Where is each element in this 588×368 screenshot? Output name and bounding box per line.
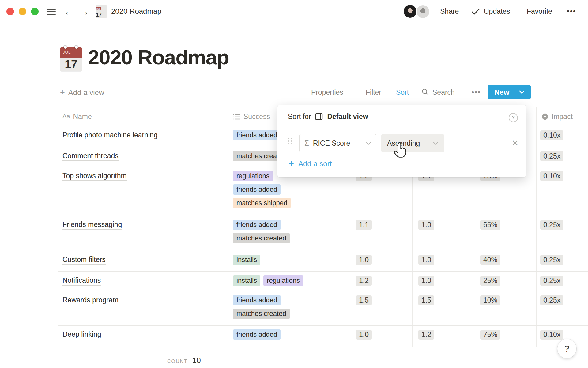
tag-matches-created[interactable]: matches created — [233, 309, 290, 319]
sort-field-dropdown[interactable]: Σ RICE Score — [299, 134, 376, 152]
chevron-down-icon[interactable] — [518, 90, 525, 94]
cell-success-tags[interactable]: installsregulations — [228, 272, 350, 291]
favorite-button[interactable]: Favorite — [527, 7, 552, 16]
tag-regulations[interactable]: regulations — [263, 275, 303, 286]
impact-pill[interactable]: 0.25x — [540, 220, 564, 230]
cell-value[interactable]: 1.1 — [350, 216, 413, 251]
avatar[interactable] — [403, 4, 417, 18]
page-title[interactable]: 2020 Roadmap — [88, 45, 229, 69]
value-pill[interactable]: 10% — [480, 295, 500, 305]
cell-success-tags[interactable]: installs — [228, 251, 350, 271]
updates-button[interactable]: Updates — [484, 7, 510, 16]
row-page-link[interactable]: Notifications — [62, 276, 101, 286]
more-options-icon[interactable]: ••• — [567, 7, 576, 16]
value-pill[interactable]: 1.1 — [356, 220, 372, 230]
impact-pill[interactable]: 0.25x — [540, 151, 564, 161]
value-pill[interactable]: 1.0 — [356, 330, 372, 340]
cell-value[interactable]: 1.0 — [413, 251, 474, 271]
breadcrumb-page-title[interactable]: 2020 Roadmap — [111, 7, 161, 16]
column-header-impact[interactable]: Impact — [537, 107, 588, 126]
help-fab-button[interactable]: ? — [557, 339, 576, 358]
value-pill[interactable]: 40% — [480, 255, 500, 265]
row-page-link[interactable]: Profile photo machine learning — [62, 131, 158, 140]
impact-pill[interactable]: 0.10x — [540, 171, 564, 181]
filter-button[interactable]: Filter — [366, 88, 381, 97]
row-page-link[interactable]: Custom filters — [62, 255, 106, 265]
new-button[interactable]: New — [488, 85, 531, 99]
tag-regulations[interactable]: regulations — [233, 171, 273, 181]
cell-value[interactable]: 1.5 — [350, 291, 413, 325]
share-button[interactable]: Share — [440, 7, 459, 16]
back-arrow-icon[interactable]: ← — [64, 4, 74, 19]
cell-name[interactable]: Friends messaging — [58, 216, 228, 251]
cell-value[interactable]: 1.5 — [413, 291, 474, 325]
tag-friends-added[interactable]: friends added — [233, 184, 281, 195]
cell-value[interactable]: 1.0 — [413, 272, 474, 291]
cell-success-tags[interactable]: friends addedmatches created — [228, 216, 350, 251]
value-pill[interactable]: 75% — [480, 330, 500, 340]
cell-name[interactable]: Deep linking — [58, 326, 228, 347]
forward-arrow-icon[interactable]: → — [79, 4, 89, 19]
close-window-button[interactable] — [6, 8, 14, 15]
tag-friends-added[interactable]: friends added — [233, 130, 281, 140]
row-page-link[interactable]: Deep linking — [62, 330, 101, 339]
cell-value[interactable]: 40% — [474, 251, 537, 271]
cell-impact[interactable]: 0.25x — [537, 272, 588, 291]
sort-button[interactable]: Sort — [396, 88, 409, 97]
value-pill[interactable]: 1.0 — [418, 255, 434, 265]
cell-impact[interactable]: 0.10x — [537, 126, 588, 147]
add-sort-button[interactable]: + Add a sort — [289, 159, 332, 169]
cell-value[interactable]: 1.0 — [350, 251, 413, 271]
cell-value[interactable]: 25% — [474, 272, 537, 291]
cell-name[interactable]: Custom filters — [58, 251, 228, 271]
view-more-icon[interactable]: ••• — [472, 88, 481, 97]
sort-direction-dropdown[interactable]: Ascending — [381, 134, 444, 152]
cell-name[interactable]: Comment threads — [58, 147, 228, 167]
value-pill[interactable]: 65% — [480, 220, 500, 230]
add-view-button[interactable]: + Add a view — [60, 88, 104, 97]
tag-matches-shipped[interactable]: matches shipped — [233, 198, 291, 208]
value-pill[interactable]: 1.2 — [356, 276, 372, 286]
close-icon[interactable]: ✕ — [511, 137, 518, 149]
tag-installs[interactable]: installs — [233, 255, 260, 265]
cell-name[interactable]: Notifications — [58, 272, 228, 291]
cell-value[interactable]: 1.0 — [413, 216, 474, 251]
tag-friends-added[interactable]: friends added — [233, 295, 281, 305]
tag-friends-added[interactable]: friends added — [233, 329, 281, 340]
cell-value[interactable]: 1.2 — [413, 326, 474, 347]
cell-name[interactable]: Top shows algorithm — [58, 167, 228, 216]
count-value[interactable]: 10 — [192, 356, 201, 365]
search-icon[interactable] — [421, 88, 429, 96]
cell-value[interactable]: 1.0 — [350, 326, 413, 347]
value-pill[interactable]: 1.0 — [356, 255, 372, 265]
cell-name[interactable]: Rewards program — [58, 291, 228, 325]
value-pill[interactable]: 1.0 — [418, 276, 434, 286]
cell-impact[interactable]: 0.10x — [537, 167, 588, 216]
cell-success-tags[interactable]: friends added — [228, 326, 350, 347]
impact-pill[interactable]: 0.10x — [540, 130, 564, 140]
drag-handle-icon[interactable] — [288, 138, 293, 149]
impact-pill[interactable]: 0.25x — [540, 255, 564, 265]
cell-impact[interactable]: 0.25x — [537, 147, 588, 167]
cell-value[interactable]: 10% — [474, 291, 537, 325]
row-page-link[interactable]: Rewards program — [62, 296, 119, 305]
cell-impact[interactable]: 0.25x — [537, 251, 588, 271]
tag-matches-created[interactable]: matches created — [233, 233, 290, 243]
cell-impact[interactable]: 0.25x — [537, 291, 588, 325]
impact-pill[interactable]: 0.25x — [540, 295, 564, 305]
avatar[interactable] — [416, 5, 430, 19]
cell-value[interactable]: 75% — [474, 326, 537, 347]
zoom-window-button[interactable] — [31, 8, 39, 15]
row-page-link[interactable]: Top shows algorithm — [62, 172, 127, 181]
properties-button[interactable]: Properties — [311, 88, 343, 97]
tag-installs[interactable]: installs — [233, 275, 260, 286]
cell-value[interactable]: 1.2 — [350, 272, 413, 291]
value-pill[interactable]: 1.0 — [418, 220, 434, 230]
cell-impact[interactable]: 0.25x — [537, 216, 588, 251]
value-pill[interactable]: 25% — [480, 276, 500, 286]
help-icon[interactable]: ? — [509, 113, 518, 122]
search-button[interactable]: Search — [432, 88, 455, 97]
impact-pill[interactable]: 0.25x — [540, 276, 564, 286]
column-header-name[interactable]: AaName — [58, 107, 228, 126]
sidebar-menu-icon[interactable] — [47, 9, 56, 15]
